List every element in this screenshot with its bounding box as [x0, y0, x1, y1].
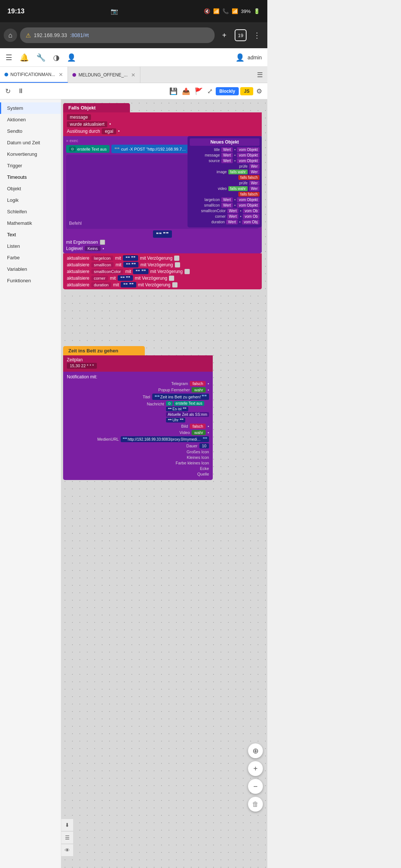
tab-notificationman[interactable]: NOTIFICATIONMAN... ✕: [0, 67, 68, 83]
wrench-icon[interactable]: 🔧: [36, 53, 46, 62]
notif-row-kleinesicon: Kleines Icon: [67, 455, 209, 460]
sidebar-item-konvertierung[interactable]: Konvertierung: [0, 148, 61, 160]
zoom-in-button[interactable]: +: [248, 761, 263, 776]
tab-meldung[interactable]: MELDUNG_OFFENE_... ✕: [68, 67, 140, 83]
browser-url-bar[interactable]: ⚠ 192.168.99.33 :8081/#t: [20, 27, 215, 43]
status-camera-icon: 📷: [111, 8, 118, 15]
notif-row-popup: Popup Fernseher wahr •: [67, 387, 209, 392]
side-actions: ⬇ ☰ 👁: [61, 819, 73, 856]
download-button[interactable]: ⬇: [61, 819, 73, 831]
neues-objekt-header: Neues Objekt: [190, 138, 260, 146]
sidebar: System Aktionen Sendto Datum und Zeit Ko…: [0, 99, 61, 868]
eye-button[interactable]: 👁: [61, 844, 73, 856]
zeit-bett-body: Zeitplan 15,30 22 * * *: [63, 355, 213, 372]
notif-row-quelle: Quelle: [67, 472, 209, 476]
battery-icon: 🔋: [254, 8, 260, 14]
main-area: System Aktionen Sendto Datum und Zeit Ko…: [0, 99, 267, 868]
mode-js-button[interactable]: JS: [240, 87, 253, 95]
sidebar-item-timeouts[interactable]: Timeouts: [0, 171, 61, 183]
akt-row-largeicon: aktualisiere largeIcon mit ❝❝ ❞❞ mit Ver…: [67, 255, 258, 261]
befehl-label: Befehl: [69, 221, 82, 226]
sidebar-item-objekt[interactable]: Objekt: [0, 183, 61, 194]
quote-row: ❝❝ ❞❞: [66, 230, 259, 238]
browser-home-button[interactable]: ⌂: [4, 29, 17, 42]
flag-icon[interactable]: 🚩: [193, 86, 204, 97]
list-button[interactable]: ☰: [61, 832, 73, 844]
sidebar-item-listen[interactable]: Listen: [0, 240, 61, 252]
akt-check-2[interactable]: [175, 262, 180, 267]
akt-check-1[interactable]: [174, 256, 179, 261]
sidebar-item-trigger[interactable]: Trigger: [0, 160, 61, 171]
account-icon: 👤: [235, 53, 245, 62]
akt-check-4[interactable]: [169, 276, 174, 281]
signal-icon: 📶: [232, 8, 238, 14]
akt-check-3[interactable]: [185, 269, 190, 274]
gps-fab-button[interactable]: ⊕: [248, 743, 263, 758]
falls-objekt-header: Falls Objekt: [63, 103, 130, 112]
app-header: ☰ 🔔 🔧 ◑ 👤 👤 admin: [0, 48, 267, 67]
tab-close-1[interactable]: ✕: [59, 72, 63, 78]
np-row-falsfalsch1: falls falsch: [190, 175, 260, 180]
sidebar-item-variablen[interactable]: Variablen: [0, 263, 61, 275]
app-header-right: 👤 admin: [235, 53, 262, 62]
refresh-button[interactable]: ↻: [4, 86, 12, 97]
mode-blockly-button[interactable]: Blockly: [216, 87, 239, 95]
tab-menu-icon[interactable]: ☰: [252, 67, 267, 83]
sidebar-item-datum-zeit[interactable]: Datum und Zeit: [0, 137, 61, 148]
loglevel-row: Loglevel Keins •: [66, 246, 259, 251]
akt-check-5[interactable]: [172, 282, 177, 287]
akt-row-duration: aktualisiere duration mit ❝❝ ❞❞ mit Verz…: [67, 282, 258, 287]
erstelle-text-block: ⊙ erstelle Text aus: [66, 145, 110, 153]
sidebar-item-mathematik[interactable]: Mathematik: [0, 217, 61, 229]
sidebar-item-logik[interactable]: Logik: [0, 194, 61, 206]
purple-exec-section: » exec ⊙ erstelle Text aus ❝❝ curl -X PO…: [63, 136, 262, 253]
sidebar-item-funktionen[interactable]: Funktionen: [0, 275, 61, 286]
pause-button[interactable]: ⏸: [16, 86, 26, 96]
tab-dot-1: [4, 73, 8, 76]
import-icon[interactable]: 📤: [180, 86, 192, 97]
browser-menu-button[interactable]: ⋮: [250, 29, 264, 42]
hamburger-menu-icon[interactable]: ☰: [6, 53, 12, 62]
expand-icon[interactable]: ⤢: [206, 86, 214, 97]
mute-icon: 🔇: [204, 8, 210, 14]
notif-row-video: Video wahr •: [67, 430, 209, 435]
mit-ergebnissen-label: mit Ergebnissen: [66, 240, 98, 245]
notif-row-titel: Titel ❝❝ Zeit ins Bett zu gehen! ❞❞: [67, 394, 209, 400]
sidebar-item-farbe[interactable]: Farbe: [0, 252, 61, 263]
sidebar-item-aktionen[interactable]: Aktionen: [0, 114, 61, 125]
canvas-area[interactable]: Falls Objekt message wurde aktualisiert …: [61, 99, 267, 868]
settings-icon[interactable]: ⚙: [255, 86, 264, 97]
admin-label: admin: [248, 55, 262, 60]
bell-icon[interactable]: 🔔: [20, 53, 29, 62]
toolbar: ↻ ⏸ 💾 📤 🚩 ⤢ Blockly JS ⚙: [0, 83, 267, 99]
tab-close-2[interactable]: ✕: [131, 72, 136, 78]
notif-row-telegram: Telegram falsch •: [67, 381, 209, 386]
user-icon[interactable]: 👤: [67, 53, 76, 62]
loglevel-value[interactable]: Keins: [85, 246, 101, 251]
add-tab-button[interactable]: +: [218, 29, 231, 42]
block-zeit-bett[interactable]: Zeit ins Bett zu gehen Zeitplan 15,30 22…: [63, 346, 213, 480]
trash-button[interactable]: 🗑: [248, 797, 263, 812]
zoom-out-button[interactable]: −: [248, 779, 263, 794]
curl-block: ❝❝ curl -X POST "http://192.168.99.76:50…: [111, 145, 197, 153]
ergebnissen-checkbox[interactable]: [100, 240, 105, 245]
sidebar-item-schleifen[interactable]: Schleifen: [0, 206, 61, 217]
notif-row-farbe: Farbe kleines Icon: [67, 461, 209, 465]
notif-row-bild: Bild falsch •: [67, 424, 209, 429]
np-row-smallicon: smallIcon Wert • vom Objekt: [190, 203, 260, 208]
save-icon[interactable]: 💾: [168, 86, 179, 97]
url-host: 192.168.99.33: [34, 32, 67, 38]
notif-row-grossesicon: Großes Icon: [67, 450, 209, 454]
theme-icon[interactable]: ◑: [53, 53, 59, 62]
np-row-prufe1: prüfe Wer: [190, 164, 260, 169]
sidebar-item-sendto[interactable]: Sendto: [0, 125, 61, 137]
wifi-icon: 📶: [213, 8, 219, 14]
nachricht-content: ⊙ erstelle Text aus ❝❝ Es ist ❞❞ Aktuell…: [166, 401, 209, 423]
sidebar-item-text[interactable]: Text: [0, 229, 61, 240]
tab-count[interactable]: 19: [235, 29, 247, 41]
sidebar-item-system[interactable]: System: [0, 102, 61, 114]
block-falls-objekt[interactable]: Falls Objekt message wurde aktualisiert …: [63, 103, 262, 289]
zeit-time: 15,30 22 * * *: [67, 363, 209, 368]
pink-aktualisiere-section: aktualisiere largeIcon mit ❝❝ ❞❞ mit Ver…: [63, 253, 262, 289]
fab-group: ⊕ + − 🗑: [248, 743, 263, 812]
